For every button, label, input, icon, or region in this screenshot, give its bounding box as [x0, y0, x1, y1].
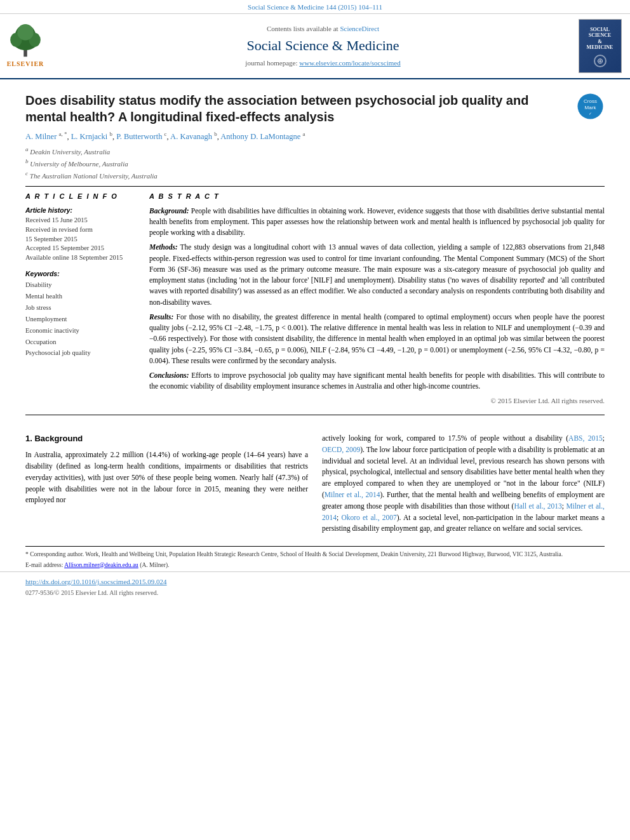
email-link[interactable]: Allison.milner@deakin.edu.au — [64, 562, 138, 568]
ref-milner-2014a[interactable]: Milner et al., 2014 — [325, 491, 380, 498]
results-text: For those with no disability, the greate… — [149, 313, 605, 364]
citation-text: Social Science & Medicine 144 (2015) 104… — [248, 3, 382, 11]
methods-text: The study design was a longitudinal coho… — [149, 243, 605, 305]
journal-name: Social Science & Medicine — [246, 36, 399, 56]
elsevier-tree-icon — [6, 23, 44, 58]
affil-b: b University of Melbourne, Australia — [25, 157, 605, 169]
doi-link[interactable]: http://dx.doi.org/10.1016/j.socscimed.20… — [25, 578, 167, 585]
author-butterworth: P. Butterworth — [116, 133, 162, 142]
article-info-abstract: A R T I C L E I N F O Article history: R… — [25, 192, 605, 410]
body-left-col: 1. Background In Australia, approximatel… — [25, 433, 308, 540]
affiliations: a Deakin University, Australia b Univers… — [25, 145, 605, 181]
results-label: Results: — [149, 313, 173, 321]
author-lamontagne: Anthony D. LaMontagne — [220, 133, 300, 142]
crossmark-logo: Cross Mark ✓ — [576, 92, 605, 121]
revised-date: Received in revised form15 September 201… — [25, 225, 137, 244]
abstract-heading: A B S T R A C T — [149, 192, 605, 201]
svg-text:Cross: Cross — [584, 98, 597, 104]
ref-hall-2013[interactable]: Hall et al., 2013 — [514, 502, 561, 510]
affil-a: a Deakin University, Australia — [25, 145, 605, 157]
abstract-background: Background: People with disabilities hav… — [149, 206, 605, 239]
author-kavanagh: A. Kavanagh — [170, 133, 212, 142]
health-keyword: health — [127, 462, 145, 470]
body-para-2: actively looking for work, compared to 1… — [322, 433, 605, 535]
article-content: Does disability status modify the associ… — [0, 79, 630, 410]
keyword-4: Unemployment — [25, 314, 137, 325]
elsevier-wordmark: ELSEVIER — [7, 60, 44, 69]
authors-line: A. Milner a, *, L. Krnjacki b, P. Butter… — [25, 130, 605, 143]
body-section: 1. Background In Australia, approximatel… — [0, 420, 630, 546]
journal-header: ELSEVIER Contents lists available at Sci… — [0, 14, 630, 79]
ref-oecd-2009[interactable]: OECD, 2009 — [322, 446, 360, 453]
abstract-methods: Methods: The study design was a longitud… — [149, 242, 605, 308]
section-1-heading: 1. Background — [25, 433, 308, 444]
author-milner: A. Milner — [25, 133, 57, 142]
accepted-date: Accepted 15 September 2015 — [25, 244, 137, 253]
body-para-1: In Australia, approximately 2.2 million … — [25, 450, 308, 506]
author-krnjacki: L. Krnjacki — [71, 133, 108, 142]
footnote-section: * Corresponding author. Work, Health and… — [25, 546, 605, 570]
keyword-1: Disability — [25, 279, 137, 291]
keyword-7: Psychosocial job quality — [25, 347, 137, 359]
svg-point-5 — [17, 24, 34, 41]
svg-text:Mark: Mark — [585, 105, 597, 110]
doi-section: http://dx.doi.org/10.1016/j.socscimed.20… — [0, 571, 630, 600]
abstract-results: Results: For those with no disability, t… — [149, 312, 605, 366]
keyword-2: Mental health — [25, 291, 137, 302]
keyword-5: Economic inactivity — [25, 325, 137, 337]
ref-okoro-2007[interactable]: Okoro et al., 2007 — [341, 514, 396, 521]
history-block: Article history: Received 15 June 2015 R… — [25, 206, 137, 263]
article-info-heading: A R T I C L E I N F O — [25, 192, 137, 201]
elsevier-logo-area: ELSEVIER — [6, 19, 70, 73]
affil-c: c The Australian National University, Au… — [25, 170, 605, 181]
journal-title-area: Contents lists available at ScienceDirec… — [76, 19, 570, 73]
homepage-line: journal homepage: www.elsevier.com/locat… — [245, 58, 400, 68]
homepage-link[interactable]: www.elsevier.com/locate/socscimed — [299, 59, 400, 67]
keywords-block: Keywords: Disability Mental health Job s… — [25, 269, 137, 359]
article-title-section: Does disability status modify the associ… — [25, 87, 605, 125]
body-right-col: actively looking for work, compared to 1… — [322, 433, 605, 540]
science-direct-line: Contents lists available at ScienceDirec… — [267, 24, 379, 34]
background-label: Background: — [149, 207, 189, 215]
available-date: Available online 18 September 2015 — [25, 253, 137, 263]
copyright-line: © 2015 Elsevier Ltd. All rights reserved… — [149, 396, 605, 406]
section-separator — [25, 415, 605, 415]
keyword-6: Occupation — [25, 337, 137, 348]
conclusions-label: Conclusions: — [149, 371, 189, 379]
received-date: Received 15 June 2015 — [25, 216, 137, 225]
svg-text:✓: ✓ — [589, 112, 592, 116]
methods-label: Methods: — [149, 243, 178, 251]
journal-cover-image: SOCIALSCIENCE&MEDICINE ⊕ — [579, 19, 622, 73]
article-info-column: A R T I C L E I N F O Article history: R… — [25, 192, 137, 410]
cover-title-text: SOCIALSCIENCE&MEDICINE — [586, 25, 615, 52]
abstract-column: A B S T R A C T Background: People with … — [149, 192, 605, 410]
keyword-3: Job stress — [25, 302, 137, 314]
abstract-conclusions: Conclusions: Efforts to improve psychoso… — [149, 370, 605, 392]
elsevier-logo: ELSEVIER — [6, 23, 44, 69]
footnote-email: E-mail address: Allison.milner@deakin.ed… — [25, 561, 605, 570]
keywords-label: Keywords: — [25, 269, 137, 279]
ref-abs-2015[interactable]: ABS, 2015 — [568, 434, 603, 442]
separator — [25, 186, 605, 187]
cover-icon: ⊕ — [594, 55, 607, 67]
footnote-star: * Corresponding author. Work, Health and… — [25, 550, 605, 559]
issn-line: 0277-9536/© 2015 Elsevier Ltd. All right… — [25, 589, 605, 597]
journal-citation: Social Science & Medicine 144 (2015) 104… — [0, 0, 630, 14]
history-label: Article history: — [25, 206, 137, 215]
journal-cover-area: SOCIALSCIENCE&MEDICINE ⊕ — [576, 19, 624, 73]
svg-rect-0 — [23, 50, 27, 57]
conclusions-text: Efforts to improve psychosocial job qual… — [149, 371, 605, 390]
body-columns: 1. Background In Australia, approximatel… — [25, 433, 605, 540]
background-text: People with disabilities have difficulti… — [149, 207, 605, 237]
keywords-list: Disability Mental health Job stress Unem… — [25, 279, 137, 359]
science-direct-link[interactable]: ScienceDirect — [340, 25, 379, 32]
article-title: Does disability status modify the associ… — [25, 92, 570, 125]
